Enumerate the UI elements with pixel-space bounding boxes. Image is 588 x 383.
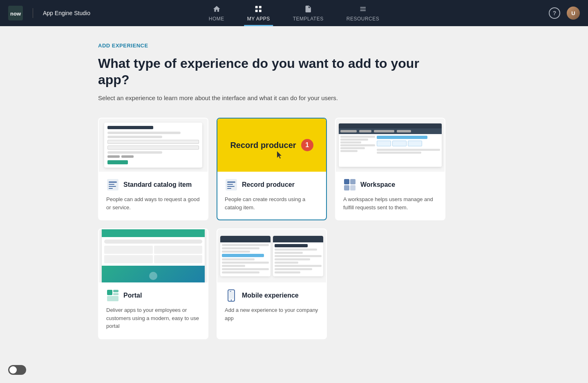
page-title: What type of experience do you want to a…: [98, 55, 433, 88]
mobile-experience-icon: [225, 289, 238, 302]
nav-my-apps[interactable]: MY APPS: [244, 0, 273, 26]
card-preview-standard: [99, 119, 208, 172]
svg-rect-7: [109, 181, 117, 183]
svg-rect-15: [227, 188, 231, 189]
svg-rect-10: [109, 188, 113, 189]
card-portal[interactable]: Portal Deliver apps to your employees or…: [98, 228, 208, 339]
card-title-record-producer: Record producer: [242, 181, 295, 188]
mock-form-standard: [104, 123, 202, 168]
card-preview-portal: [99, 229, 208, 282]
portal-icon: [106, 289, 119, 302]
card-preview-record-producer: Record producer 1: [217, 119, 326, 172]
nav-resources[interactable]: RESOURCES: [343, 0, 383, 26]
nav-home[interactable]: HOME: [206, 0, 228, 26]
nav-center: HOME MY APPS TEMPLATES RESOURCES: [206, 0, 382, 26]
app-title: App Engine Studio: [43, 10, 90, 16]
record-producer-badge: 1: [301, 139, 313, 151]
breadcrumb: ADD EXPERIENCE: [98, 43, 563, 49]
svg-rect-23: [107, 296, 118, 301]
svg-rect-12: [227, 181, 235, 183]
nav-templates[interactable]: TEMPLATES: [290, 0, 327, 26]
record-producer-overlay: Record producer 1: [217, 119, 326, 172]
svg-rect-18: [344, 185, 349, 190]
card-desc-record-producer: People can create records using a catalo…: [225, 195, 319, 211]
card-mobile-experience[interactable]: Mobile experience Add a new experience t…: [217, 228, 327, 339]
card-body-standard: Standard catalog item People can add way…: [99, 172, 208, 219]
logo-area: now App Engine Studio: [8, 6, 90, 20]
home-icon: [212, 5, 221, 14]
svg-rect-13: [227, 184, 233, 185]
resources-icon: [359, 5, 367, 14]
card-standard-catalog-item[interactable]: Standard catalog item People can add way…: [98, 118, 208, 220]
main-content: ADD EXPERIENCE What type of experience d…: [0, 26, 588, 383]
help-button[interactable]: ?: [549, 7, 560, 19]
top-navigation: now App Engine Studio HOME MY APPS TEMPL…: [0, 0, 588, 26]
svg-rect-9: [109, 186, 116, 187]
svg-rect-5: [259, 9, 262, 12]
svg-rect-14: [227, 186, 235, 187]
experience-cards-grid: Standard catalog item People can add way…: [98, 118, 454, 339]
card-desc-standard: People can add ways to request a good or…: [106, 195, 200, 211]
card-workspace[interactable]: Workspace A workspace helps users manage…: [335, 118, 445, 220]
page-subtitle: Select an experience to learn more about…: [98, 94, 563, 101]
card-title-portal: Portal: [123, 292, 142, 299]
card-desc-mobile: Add a new experience to your company app: [225, 306, 319, 322]
svg-rect-19: [350, 185, 355, 190]
now-logo: now: [8, 6, 23, 20]
theme-toggle[interactable]: [8, 365, 26, 375]
record-producer-overlay-text: Record producer: [230, 141, 296, 150]
svg-rect-22: [113, 293, 118, 295]
svg-rect-21: [113, 290, 118, 292]
card-body-workspace: Workspace A workspace helps users manage…: [336, 172, 445, 219]
my-apps-icon: [255, 5, 263, 14]
toggle-knob: [9, 366, 17, 374]
record-producer-icon: [225, 178, 238, 191]
svg-point-26: [231, 300, 232, 301]
svg-rect-25: [229, 291, 234, 299]
card-preview-workspace: [336, 119, 445, 172]
card-desc-portal: Deliver apps to your employees or custom…: [106, 306, 200, 330]
card-title-mobile: Mobile experience: [242, 292, 299, 299]
svg-text:now: now: [10, 11, 21, 17]
standard-catalog-icon: [106, 178, 119, 191]
templates-icon: [304, 5, 312, 14]
toggle-container: [8, 365, 26, 375]
card-title-workspace: Workspace: [360, 181, 395, 188]
card-body-mobile: Mobile experience Add a new experience t…: [217, 282, 326, 330]
svg-rect-16: [344, 179, 349, 184]
nav-divider: [33, 8, 33, 18]
svg-rect-17: [350, 179, 355, 184]
svg-rect-2: [255, 6, 258, 8]
svg-rect-8: [109, 184, 114, 185]
card-desc-workspace: A workspace helps users manage and fulfi…: [343, 195, 437, 211]
nav-right: ? U: [549, 7, 580, 20]
svg-rect-20: [107, 290, 112, 295]
svg-rect-3: [259, 6, 262, 8]
card-body-record-producer: Record producer People can create record…: [217, 172, 326, 219]
card-body-portal: Portal Deliver apps to your employees or…: [99, 282, 208, 338]
card-preview-mobile: [217, 229, 326, 282]
card-record-producer[interactable]: Record producer 1 Recor: [217, 118, 327, 220]
svg-rect-27: [230, 291, 231, 292]
svg-rect-4: [255, 9, 258, 12]
workspace-icon: [343, 178, 356, 191]
avatar[interactable]: U: [567, 7, 580, 20]
card-title-standard: Standard catalog item: [123, 181, 192, 188]
